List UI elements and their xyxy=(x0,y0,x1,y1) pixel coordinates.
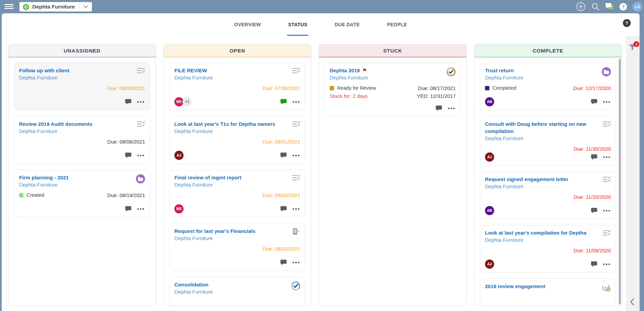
checklist-icon[interactable] xyxy=(292,67,300,74)
card-title-link[interactable]: Look at last year's compilation for Dept… xyxy=(485,230,586,236)
work-card[interactable]: Consult with Doug before starting on new… xyxy=(480,116,616,165)
assignee-avatar[interactable]: AB xyxy=(485,97,494,106)
card-client-link[interactable]: Dephta Furniture xyxy=(174,74,213,81)
card-menu-button[interactable]: ••• xyxy=(137,99,145,104)
card-client-link[interactable]: Dephta Furniture xyxy=(174,128,275,135)
work-card[interactable]: Look at last year's compilation for Dept… xyxy=(480,225,616,272)
card-menu-button[interactable]: ••• xyxy=(293,206,300,211)
work-card[interactable]: Final review of mgmt report Dephta Furni… xyxy=(169,170,305,217)
comment-icon[interactable] xyxy=(280,260,287,265)
checklist-icon[interactable] xyxy=(137,121,145,128)
chat-icon[interactable] xyxy=(605,3,614,11)
card-client-link[interactable]: Dephta Furniture xyxy=(174,181,241,188)
card-client-link[interactable]: Dephta Furniture xyxy=(330,74,368,81)
page-help-icon[interactable]: ? xyxy=(623,19,631,27)
card-menu-button[interactable]: ••• xyxy=(603,208,611,213)
chevron-down-icon[interactable] xyxy=(80,5,92,8)
card-title-link[interactable]: Dephta 2019 xyxy=(330,68,360,73)
work-card[interactable]: Request for last year's Financials Depht… xyxy=(169,223,305,271)
work-card[interactable]: Consolidation Dephta Furniture xyxy=(169,277,305,306)
assignee-avatar[interactable]: AJ xyxy=(174,151,184,160)
card-title-link[interactable]: Consult with Doug before starting on new… xyxy=(485,121,586,134)
assignee-avatar[interactable]: AB xyxy=(485,206,494,215)
workspace-selector[interactable]: Dephta Furniture xyxy=(19,2,92,12)
card-client-link[interactable]: Dephta Furniture xyxy=(174,288,213,295)
card-menu-button[interactable]: ••• xyxy=(137,206,145,211)
comment-icon[interactable] xyxy=(280,152,287,158)
checklist-icon[interactable] xyxy=(603,121,611,128)
card-menu-button[interactable]: ••• xyxy=(603,99,611,104)
comment-icon[interactable] xyxy=(591,99,597,105)
card-client-link[interactable]: Dephta Furniture xyxy=(174,235,255,242)
ready-check-badge-icon[interactable] xyxy=(446,67,456,76)
work-card[interactable]: Trust return Dephta Furniture Completed … xyxy=(480,63,616,110)
card-menu-button[interactable]: ••• xyxy=(293,260,300,265)
comment-icon[interactable] xyxy=(591,208,597,213)
checklist-icon[interactable] xyxy=(603,229,611,236)
work-card[interactable]: 2019 review engagement xyxy=(480,279,616,306)
card-client-link[interactable]: Dephta Furniture xyxy=(485,183,568,190)
assignee-avatar[interactable]: MS xyxy=(174,97,184,106)
filter-icon[interactable]: 1 xyxy=(629,44,636,52)
tab-overview[interactable]: OVERVIEW xyxy=(233,13,262,36)
comment-icon[interactable] xyxy=(125,206,131,212)
card-title-link[interactable]: Final review of mgmt report xyxy=(174,175,241,180)
card-title-link[interactable]: Trust return xyxy=(485,68,514,73)
work-card[interactable]: Review 2019 Audit documents Dephta Furni… xyxy=(14,116,150,164)
card-title-link[interactable]: Review 2019 Audit documents xyxy=(19,121,92,127)
card-menu-button[interactable]: ••• xyxy=(603,262,611,267)
work-card[interactable]: Firm planning - 2021 Dephta Furniture Cr… xyxy=(14,170,150,217)
checklist-icon[interactable] xyxy=(137,67,145,74)
comment-icon[interactable] xyxy=(591,154,597,160)
comment-icon[interactable] xyxy=(436,105,442,111)
card-client-link[interactable]: Dephta Furniture xyxy=(19,128,92,135)
work-card[interactable]: Follow up with client Dephta Furniture D… xyxy=(14,63,150,110)
assignee-avatar[interactable]: AJ xyxy=(485,152,494,162)
collapse-chevron-icon[interactable] xyxy=(630,298,634,306)
card-client-link[interactable]: Dephta Furniture xyxy=(485,74,523,81)
tab-status[interactable]: STATUS xyxy=(287,13,308,36)
assignee-avatar[interactable]: MS xyxy=(174,204,184,213)
card-menu-button[interactable]: ••• xyxy=(293,99,300,104)
folder-badge-icon[interactable] xyxy=(602,67,611,76)
card-menu-button[interactable]: ••• xyxy=(448,106,456,111)
card-client-link[interactable]: Dephta Furniture xyxy=(19,74,69,81)
comment-icon[interactable] xyxy=(280,99,287,105)
comment-icon[interactable] xyxy=(280,206,287,212)
add-icon[interactable] xyxy=(576,2,586,12)
document-add-icon[interactable] xyxy=(291,228,300,235)
column-scrollbar[interactable] xyxy=(619,59,621,305)
completed-check-badge-icon[interactable] xyxy=(291,281,300,291)
card-title-link[interactable]: Firm planning - 2021 xyxy=(19,175,69,180)
checklist-icon[interactable] xyxy=(603,176,611,183)
card-client-link[interactable]: Dephta Furniture xyxy=(19,181,69,188)
card-title-link[interactable]: Request for last year's Financials xyxy=(174,228,255,234)
tab-due-date[interactable]: DUE DATE xyxy=(333,13,361,36)
comment-icon[interactable] xyxy=(125,99,131,105)
user-avatar[interactable]: LS xyxy=(632,2,642,12)
card-title-link[interactable]: Look at last year's T1s for Deptha owner… xyxy=(174,121,275,127)
work-card[interactable]: FILE REVIEW Dephta Furniture Due: 07/30/… xyxy=(169,63,305,110)
card-title-link[interactable]: Request signed engagement letter xyxy=(485,176,568,182)
hamburger-menu-icon[interactable] xyxy=(4,4,14,10)
card-client-link[interactable]: Dephta Furniture xyxy=(485,135,599,142)
card-title-link[interactable]: Follow up with client xyxy=(19,68,69,73)
work-card[interactable]: Dephta 2019⚑ Dephta Furniture Ready for … xyxy=(325,63,461,117)
review-engagement-icon[interactable] xyxy=(602,283,611,292)
work-card[interactable]: Request signed engagement letter Dephta … xyxy=(480,172,616,219)
checklist-icon[interactable] xyxy=(292,174,300,181)
card-menu-button[interactable]: ••• xyxy=(293,153,300,158)
help-icon[interactable]: ? xyxy=(619,3,627,11)
tab-people[interactable]: PEOPLE xyxy=(386,13,408,36)
card-menu-button[interactable]: ••• xyxy=(137,153,145,158)
card-client-link[interactable]: Dephta Furniture xyxy=(485,236,586,243)
comment-icon[interactable] xyxy=(125,152,131,158)
search-icon[interactable] xyxy=(591,2,600,11)
work-card[interactable]: Look at last year's T1s for Deptha owner… xyxy=(169,116,305,164)
card-menu-button[interactable]: ••• xyxy=(603,154,611,160)
avatar-overflow-count[interactable]: +1 xyxy=(183,97,192,106)
card-title-link[interactable]: Consolidation xyxy=(174,282,208,287)
card-title-link[interactable]: 2019 review engagement xyxy=(485,283,545,289)
assignee-avatar[interactable]: AJ xyxy=(485,260,494,269)
comment-icon[interactable] xyxy=(591,261,597,267)
